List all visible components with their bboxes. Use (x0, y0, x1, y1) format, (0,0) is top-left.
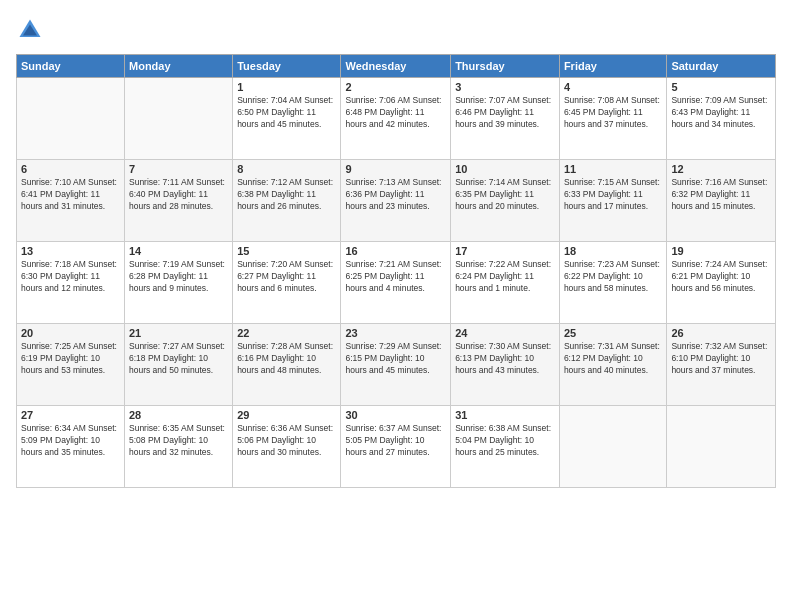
day-number: 19 (671, 245, 771, 257)
calendar-cell: 12Sunrise: 7:16 AM Sunset: 6:32 PM Dayli… (667, 160, 776, 242)
day-info: Sunrise: 7:04 AM Sunset: 6:50 PM Dayligh… (237, 95, 336, 131)
day-number: 1 (237, 81, 336, 93)
day-number: 7 (129, 163, 228, 175)
day-info: Sunrise: 7:20 AM Sunset: 6:27 PM Dayligh… (237, 259, 336, 295)
calendar-cell: 16Sunrise: 7:21 AM Sunset: 6:25 PM Dayli… (341, 242, 451, 324)
day-number: 18 (564, 245, 662, 257)
day-number: 27 (21, 409, 120, 421)
day-number: 13 (21, 245, 120, 257)
day-info: Sunrise: 6:38 AM Sunset: 5:04 PM Dayligh… (455, 423, 555, 459)
calendar-cell: 7Sunrise: 7:11 AM Sunset: 6:40 PM Daylig… (125, 160, 233, 242)
day-number: 29 (237, 409, 336, 421)
calendar-cell: 28Sunrise: 6:35 AM Sunset: 5:08 PM Dayli… (125, 406, 233, 488)
day-number: 28 (129, 409, 228, 421)
weekday-header-sunday: Sunday (17, 55, 125, 78)
day-number: 21 (129, 327, 228, 339)
day-info: Sunrise: 7:27 AM Sunset: 6:18 PM Dayligh… (129, 341, 228, 377)
day-number: 11 (564, 163, 662, 175)
day-number: 20 (21, 327, 120, 339)
weekday-header-tuesday: Tuesday (233, 55, 341, 78)
day-info: Sunrise: 6:37 AM Sunset: 5:05 PM Dayligh… (345, 423, 446, 459)
day-info: Sunrise: 6:34 AM Sunset: 5:09 PM Dayligh… (21, 423, 120, 459)
calendar-cell: 30Sunrise: 6:37 AM Sunset: 5:05 PM Dayli… (341, 406, 451, 488)
calendar-cell: 6Sunrise: 7:10 AM Sunset: 6:41 PM Daylig… (17, 160, 125, 242)
calendar-cell: 13Sunrise: 7:18 AM Sunset: 6:30 PM Dayli… (17, 242, 125, 324)
weekday-header-thursday: Thursday (451, 55, 560, 78)
day-info: Sunrise: 7:13 AM Sunset: 6:36 PM Dayligh… (345, 177, 446, 213)
calendar-cell: 3Sunrise: 7:07 AM Sunset: 6:46 PM Daylig… (451, 78, 560, 160)
calendar-cell: 31Sunrise: 6:38 AM Sunset: 5:04 PM Dayli… (451, 406, 560, 488)
day-info: Sunrise: 7:07 AM Sunset: 6:46 PM Dayligh… (455, 95, 555, 131)
day-number: 23 (345, 327, 446, 339)
day-number: 15 (237, 245, 336, 257)
generalblue-logo-icon (16, 16, 44, 44)
calendar-cell: 8Sunrise: 7:12 AM Sunset: 6:38 PM Daylig… (233, 160, 341, 242)
day-number: 10 (455, 163, 555, 175)
calendar-cell: 1Sunrise: 7:04 AM Sunset: 6:50 PM Daylig… (233, 78, 341, 160)
calendar-cell: 25Sunrise: 7:31 AM Sunset: 6:12 PM Dayli… (559, 324, 666, 406)
day-number: 6 (21, 163, 120, 175)
calendar-cell: 18Sunrise: 7:23 AM Sunset: 6:22 PM Dayli… (559, 242, 666, 324)
calendar-cell: 5Sunrise: 7:09 AM Sunset: 6:43 PM Daylig… (667, 78, 776, 160)
calendar-cell: 14Sunrise: 7:19 AM Sunset: 6:28 PM Dayli… (125, 242, 233, 324)
weekday-header-monday: Monday (125, 55, 233, 78)
calendar-cell: 4Sunrise: 7:08 AM Sunset: 6:45 PM Daylig… (559, 78, 666, 160)
calendar-cell: 20Sunrise: 7:25 AM Sunset: 6:19 PM Dayli… (17, 324, 125, 406)
day-number: 22 (237, 327, 336, 339)
day-number: 8 (237, 163, 336, 175)
day-info: Sunrise: 7:06 AM Sunset: 6:48 PM Dayligh… (345, 95, 446, 131)
day-number: 16 (345, 245, 446, 257)
day-info: Sunrise: 7:08 AM Sunset: 6:45 PM Dayligh… (564, 95, 662, 131)
calendar-cell (559, 406, 666, 488)
day-info: Sunrise: 7:11 AM Sunset: 6:40 PM Dayligh… (129, 177, 228, 213)
day-info: Sunrise: 7:32 AM Sunset: 6:10 PM Dayligh… (671, 341, 771, 377)
day-info: Sunrise: 7:22 AM Sunset: 6:24 PM Dayligh… (455, 259, 555, 295)
day-info: Sunrise: 7:31 AM Sunset: 6:12 PM Dayligh… (564, 341, 662, 377)
day-info: Sunrise: 7:28 AM Sunset: 6:16 PM Dayligh… (237, 341, 336, 377)
calendar-cell: 2Sunrise: 7:06 AM Sunset: 6:48 PM Daylig… (341, 78, 451, 160)
day-info: Sunrise: 7:30 AM Sunset: 6:13 PM Dayligh… (455, 341, 555, 377)
calendar-cell: 9Sunrise: 7:13 AM Sunset: 6:36 PM Daylig… (341, 160, 451, 242)
day-number: 12 (671, 163, 771, 175)
day-number: 26 (671, 327, 771, 339)
day-info: Sunrise: 7:23 AM Sunset: 6:22 PM Dayligh… (564, 259, 662, 295)
day-number: 9 (345, 163, 446, 175)
day-info: Sunrise: 7:29 AM Sunset: 6:15 PM Dayligh… (345, 341, 446, 377)
day-info: Sunrise: 7:14 AM Sunset: 6:35 PM Dayligh… (455, 177, 555, 213)
day-number: 17 (455, 245, 555, 257)
calendar-cell: 19Sunrise: 7:24 AM Sunset: 6:21 PM Dayli… (667, 242, 776, 324)
calendar-cell: 10Sunrise: 7:14 AM Sunset: 6:35 PM Dayli… (451, 160, 560, 242)
day-info: Sunrise: 7:10 AM Sunset: 6:41 PM Dayligh… (21, 177, 120, 213)
calendar-cell: 24Sunrise: 7:30 AM Sunset: 6:13 PM Dayli… (451, 324, 560, 406)
day-number: 3 (455, 81, 555, 93)
day-number: 5 (671, 81, 771, 93)
day-number: 24 (455, 327, 555, 339)
calendar-cell: 23Sunrise: 7:29 AM Sunset: 6:15 PM Dayli… (341, 324, 451, 406)
day-info: Sunrise: 7:15 AM Sunset: 6:33 PM Dayligh… (564, 177, 662, 213)
weekday-header-saturday: Saturday (667, 55, 776, 78)
day-info: Sunrise: 7:21 AM Sunset: 6:25 PM Dayligh… (345, 259, 446, 295)
day-info: Sunrise: 7:24 AM Sunset: 6:21 PM Dayligh… (671, 259, 771, 295)
day-number: 30 (345, 409, 446, 421)
calendar-cell: 26Sunrise: 7:32 AM Sunset: 6:10 PM Dayli… (667, 324, 776, 406)
day-number: 4 (564, 81, 662, 93)
calendar-cell: 21Sunrise: 7:27 AM Sunset: 6:18 PM Dayli… (125, 324, 233, 406)
day-info: Sunrise: 6:36 AM Sunset: 5:06 PM Dayligh… (237, 423, 336, 459)
day-number: 25 (564, 327, 662, 339)
weekday-header-wednesday: Wednesday (341, 55, 451, 78)
day-info: Sunrise: 7:19 AM Sunset: 6:28 PM Dayligh… (129, 259, 228, 295)
day-info: Sunrise: 7:09 AM Sunset: 6:43 PM Dayligh… (671, 95, 771, 131)
day-info: Sunrise: 7:12 AM Sunset: 6:38 PM Dayligh… (237, 177, 336, 213)
calendar-table: SundayMondayTuesdayWednesdayThursdayFrid… (16, 54, 776, 488)
calendar-cell (667, 406, 776, 488)
weekday-header-friday: Friday (559, 55, 666, 78)
calendar-cell: 15Sunrise: 7:20 AM Sunset: 6:27 PM Dayli… (233, 242, 341, 324)
day-info: Sunrise: 6:35 AM Sunset: 5:08 PM Dayligh… (129, 423, 228, 459)
day-info: Sunrise: 7:18 AM Sunset: 6:30 PM Dayligh… (21, 259, 120, 295)
day-info: Sunrise: 7:16 AM Sunset: 6:32 PM Dayligh… (671, 177, 771, 213)
day-number: 31 (455, 409, 555, 421)
calendar-cell: 11Sunrise: 7:15 AM Sunset: 6:33 PM Dayli… (559, 160, 666, 242)
calendar-cell (17, 78, 125, 160)
day-number: 2 (345, 81, 446, 93)
calendar-cell: 27Sunrise: 6:34 AM Sunset: 5:09 PM Dayli… (17, 406, 125, 488)
